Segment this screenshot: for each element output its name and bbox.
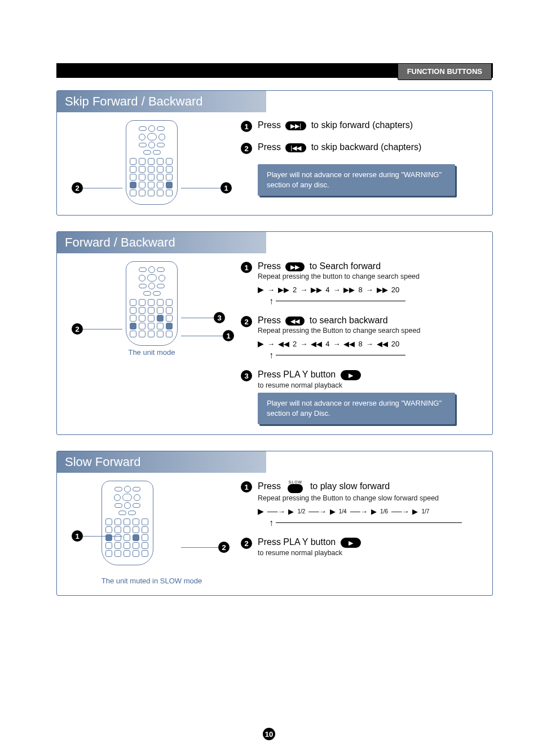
skip-step2-text: to skip backward (chapters)	[311, 142, 422, 152]
loopback-arrow: ↑	[258, 350, 482, 363]
page-number: 10	[263, 728, 275, 740]
callout-badge-2: 2	[72, 182, 83, 194]
callout-line	[83, 536, 122, 537]
callout-badge-2: 2	[218, 542, 230, 553]
press-label: Press	[258, 261, 281, 271]
rewind-icon: ◀◀	[285, 317, 305, 326]
speed-val: 2	[293, 340, 297, 348]
press-label: Press	[258, 481, 281, 491]
step-badge-2: 2	[241, 316, 252, 327]
remote-control-illustration	[126, 120, 178, 205]
function-buttons-badge: FUNCTION BUTTONS	[398, 63, 492, 80]
skip-title: Skip Forward / Backward	[57, 91, 266, 112]
press-label: Press	[258, 120, 281, 130]
function-buttons-label: FUNCTION BUTTONS	[407, 67, 482, 76]
callout-line-2	[83, 188, 122, 188]
slow-caption: The unit muted in SLOW mode	[102, 577, 202, 585]
step-badge-1: 1	[241, 121, 252, 132]
skip-backward-icon: |◀◀	[285, 143, 306, 152]
fwd-step3b: to resume normal playback	[258, 381, 482, 389]
fwd-step3a: Press PLA Y button	[258, 370, 336, 379]
callout-badge-1: 1	[223, 330, 234, 341]
callout-line-1	[181, 188, 221, 188]
callout-line	[181, 547, 218, 548]
speed-val: 20	[391, 285, 399, 294]
step-badge-1: 1	[241, 481, 252, 493]
press-label: Press	[258, 142, 281, 152]
callout-line	[181, 336, 223, 336]
fwd-caption: The unit mode	[126, 348, 178, 357]
fwd-remote-area: 2 3 1	[67, 261, 236, 357]
speed-val: 8	[358, 340, 362, 348]
fwd-step1a: to Search forward	[310, 261, 381, 271]
step-badge-3: 3	[241, 370, 252, 381]
frac-val: 1/7	[421, 508, 429, 515]
step-badge-2: 2	[241, 143, 252, 154]
step-badge-2: 2	[241, 538, 252, 549]
skip-forward-icon: ▶▶|	[285, 121, 306, 130]
slow-panel: Slow Forward 1 2	[56, 451, 493, 596]
play-icon: ▶	[341, 370, 361, 380]
callout-badge-1: 1	[72, 530, 83, 542]
slow-step1b: Repeat pressing the Button to change slo…	[258, 494, 482, 502]
slow-step2a: Press PLA Y button	[258, 537, 336, 547]
slow-step1a: to play slow forward	[310, 481, 390, 491]
slow-speed-row: ▶──→ ▶1/2──→ ▶1/4──→ ▶1/6──→ ▶1/7	[258, 507, 482, 516]
loopback-arrow: ↑	[258, 296, 482, 309]
step-badge-1: 1	[241, 262, 252, 273]
fwd-step2a: to search backward	[310, 315, 388, 325]
fwd-note: Player will not advance or reverse durin…	[258, 393, 455, 424]
callout-line	[181, 318, 214, 318]
loopback-arrow: ↑	[258, 518, 482, 530]
remote-control-illustration	[126, 261, 178, 346]
skip-step1-text: to skip forward (chapters)	[311, 120, 413, 130]
slow-remote-area: 1 2 The unit mu	[67, 481, 236, 585]
slow-step2b: to resume normal playback	[258, 549, 482, 557]
frac-val: 1/2	[297, 508, 305, 515]
callout-badge-1: 1	[221, 182, 232, 194]
slow-steps: 1 Press SLOW to play slow forward Repeat…	[236, 481, 482, 567]
callout-badge-3: 3	[214, 312, 225, 323]
skip-note: Player will not advance or reverse durin…	[258, 164, 455, 196]
fwd-panel: Forward / Backward 2 3 1	[56, 231, 493, 435]
frac-val: 1/4	[339, 508, 347, 515]
slow-button-icon	[288, 484, 303, 493]
bwd-speed-row: ▶→ ◀◀2→ ◀◀4→ ◀◀8→ ◀◀20	[258, 339, 482, 348]
fwd-steps: 1 Press ▶▶ to Search forward Repeat pres…	[236, 261, 482, 424]
skip-remote-area: 2 1	[67, 120, 236, 205]
speed-val: 4	[325, 285, 329, 294]
slow-title: Slow Forward	[57, 451, 266, 473]
fwd-speed-row: ▶→ ▶▶2→ ▶▶4→ ▶▶8→ ▶▶20	[258, 285, 482, 294]
remote-control-illustration	[102, 481, 153, 565]
frac-val: 1/6	[380, 508, 388, 515]
fwd-title: Forward / Backward	[57, 232, 266, 253]
skip-steps: 1 Press ▶▶| to skip forward (chapters) 2…	[236, 120, 482, 196]
speed-val: 4	[325, 340, 329, 348]
skip-panel: Skip Forward / Backward 2 1	[56, 90, 493, 216]
play-icon: ▶	[341, 538, 361, 548]
fwd-step1b: Repeat pressing the button to change sea…	[258, 272, 482, 280]
speed-val: 20	[391, 340, 399, 348]
fast-forward-icon: ▶▶	[285, 262, 305, 271]
speed-val: 8	[358, 285, 362, 294]
callout-line	[83, 329, 122, 329]
press-label: Press	[258, 315, 281, 325]
callout-badge-2: 2	[72, 323, 83, 335]
fwd-step2b: Repeat pressing the Button to change sea…	[258, 327, 482, 335]
speed-val: 2	[293, 285, 297, 294]
